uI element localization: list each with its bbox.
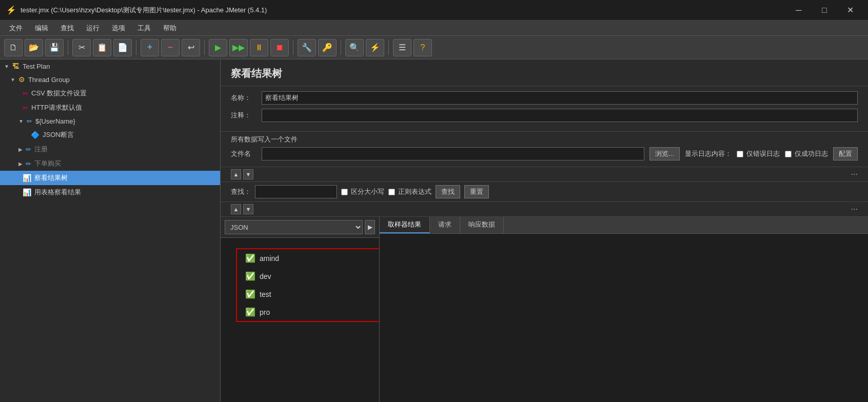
search-input[interactable] (255, 185, 337, 198)
result-item-pro[interactable]: ✅ pro (237, 303, 379, 321)
menu-tools[interactable]: 工具 (132, 22, 156, 35)
menu-file[interactable]: 文件 (4, 22, 28, 35)
result-label-test: test (260, 290, 271, 298)
sep3 (204, 41, 205, 55)
open-button[interactable]: 📂 (25, 39, 43, 56)
menu-help[interactable]: 帮助 (158, 22, 182, 35)
config-button[interactable]: 配置 (833, 147, 858, 160)
testplan-label: Test Plan (23, 63, 50, 70)
copy-button[interactable]: 📋 (93, 39, 111, 56)
panel-title: 察看结果树 (221, 59, 868, 86)
jsonassert-label: JSON断言 (43, 130, 74, 139)
down-arrow-button[interactable]: ▼ (243, 169, 253, 179)
run-button[interactable]: ▶ (209, 39, 227, 56)
case-checkbox-row: 区分大小写 (341, 187, 384, 196)
stop-button[interactable]: ⏹ (270, 39, 289, 56)
tab-request[interactable]: 请求 (430, 217, 460, 233)
result-popup: ✅ amind ✅ dev ✅ test ✅ p (236, 248, 379, 322)
result-label-dev: dev (260, 272, 271, 280)
username-label: ${UserName} (35, 117, 75, 125)
browse-button[interactable]: 浏览... (649, 147, 680, 160)
sidebar-item-csv[interactable]: ✂ CSV 数据文件设置 (0, 86, 220, 100)
search-btn[interactable]: 🔍 (345, 39, 364, 56)
sidebar-item-tableresult[interactable]: 📊 用表格察看结果 (0, 185, 220, 199)
minimize-button[interactable]: ─ (787, 3, 811, 18)
order-icon: ✏ (26, 160, 31, 168)
success-checkbox[interactable] (785, 151, 792, 157)
run-no-pause-button[interactable]: ▶▶ (229, 39, 248, 56)
check-icon-dev: ✅ (245, 271, 255, 281)
filename-input[interactable] (262, 147, 644, 160)
remove-button[interactable]: − (161, 39, 180, 56)
clear-all-button[interactable]: 🔑 (318, 39, 337, 56)
expand-right-button[interactable]: ▶ (365, 220, 375, 234)
list-button[interactable]: ☰ (393, 39, 411, 56)
errors-checkbox-row: 仅错误日志 (737, 149, 780, 158)
sidebar-item-testplan[interactable]: ▼ 🏗 Test Plan (0, 59, 220, 73)
template-button[interactable]: ⚡ (366, 39, 384, 56)
save-button[interactable]: 💾 (45, 39, 64, 56)
divider-row-1: ▲ ▼ ··· (221, 167, 868, 182)
paste-button[interactable]: 📄 (113, 39, 132, 56)
sidebar: ▼ 🏗 Test Plan ▼ ⚙ Thread Group ✂ CSV 数据文… (0, 59, 221, 402)
success-checkbox-row: 仅成功日志 (785, 149, 828, 158)
name-input[interactable] (262, 91, 858, 105)
more-button-1[interactable]: ··· (851, 170, 858, 179)
sidebar-item-threadgroup[interactable]: ▼ ⚙ Thread Group (0, 73, 220, 86)
pause-button[interactable]: ⏸ (250, 39, 268, 56)
sidebar-item-order[interactable]: ▶ ✏ 下单购买 (0, 156, 220, 171)
name-row: 名称： (231, 91, 858, 105)
maximize-button[interactable]: □ (813, 3, 836, 18)
regex-checkbox-row: 正则表达式 (388, 187, 431, 196)
find-button[interactable]: 查找 (436, 185, 460, 198)
content-area: 察看结果树 名称： 注释： 所有数据写入一个文件 文件名 浏览... 显示日志内… (221, 59, 868, 402)
comment-label: 注释： (231, 111, 257, 120)
up-arrow-button-2[interactable]: ▲ (231, 204, 241, 214)
testplan-icon: 🏗 (12, 62, 19, 70)
csv-label: CSV 数据文件设置 (31, 89, 87, 98)
result-item-test[interactable]: ✅ test (237, 285, 379, 303)
toolbar: 🗋 📂 💾 ✂ 📋 📄 + − ↩ ▶ ▶▶ ⏸ ⏹ 🔧 🔑 🔍 ⚡ ☰ ? (0, 36, 868, 59)
regex-checkbox[interactable] (388, 189, 395, 195)
more-button-2[interactable]: ··· (851, 205, 858, 214)
window-title: tester.jmx (C:\Users\hzxy\Desktop\测试专用图片… (21, 6, 267, 15)
sidebar-item-resulttree[interactable]: 📊 察看结果树 (0, 171, 220, 185)
comment-input[interactable] (262, 109, 858, 122)
sidebar-item-username[interactable]: ▼ ✏ ${UserName} (0, 115, 220, 128)
tab-sampler-result[interactable]: 取样器结果 (380, 217, 430, 233)
tab-response-data[interactable]: 响应数据 (460, 217, 504, 233)
menu-run[interactable]: 运行 (81, 22, 105, 35)
undo-button[interactable]: ↩ (182, 39, 200, 56)
close-button[interactable]: ✕ (838, 3, 862, 18)
csv-icon: ✂ (23, 90, 28, 97)
clear-button[interactable]: 🔧 (298, 39, 316, 56)
menu-find[interactable]: 查找 (55, 22, 79, 35)
up-arrow-button[interactable]: ▲ (231, 169, 241, 179)
add-button[interactable]: + (141, 39, 159, 56)
sidebar-item-register[interactable]: ▶ ✏ 注册 (0, 142, 220, 156)
help-button[interactable]: ? (413, 39, 432, 56)
case-checkbox[interactable] (341, 189, 348, 195)
tableresult-label: 用表格察看结果 (34, 188, 81, 197)
form-section: 名称： 注释： (221, 86, 868, 132)
errors-checkbox[interactable] (737, 151, 743, 157)
order-label: 下单购买 (34, 159, 61, 168)
filename-row: 文件名 浏览... 显示日志内容： 仅错误日志 仅成功日志 配置 (231, 147, 858, 160)
format-select[interactable]: JSON Text HTML XML (225, 220, 363, 234)
new-button[interactable]: 🗋 (4, 39, 23, 56)
result-item-amind[interactable]: ✅ amind (237, 249, 379, 267)
cut-button[interactable]: ✂ (72, 39, 91, 56)
sidebar-item-http[interactable]: ✂ HTTP请求默认值 (0, 100, 220, 115)
result-item-dev[interactable]: ✅ dev (237, 267, 379, 285)
http-label: HTTP请求默认值 (31, 103, 82, 112)
sidebar-item-jsonassert[interactable]: 🔷 JSON断言 (0, 128, 220, 142)
title-bar-left: ⚡ tester.jmx (C:\Users\hzxy\Desktop\测试专用… (6, 5, 267, 15)
menu-options[interactable]: 选项 (107, 22, 130, 35)
right-panel: 取样器结果 请求 响应数据 (380, 217, 868, 402)
down-arrow-button-2[interactable]: ▼ (243, 204, 253, 214)
tab-content (380, 234, 868, 402)
errors-label: 仅错误日志 (746, 149, 780, 158)
menu-bar: 文件 编辑 查找 运行 选项 工具 帮助 (0, 21, 868, 36)
reset-button[interactable]: 重置 (464, 185, 489, 198)
menu-edit[interactable]: 编辑 (30, 22, 53, 35)
